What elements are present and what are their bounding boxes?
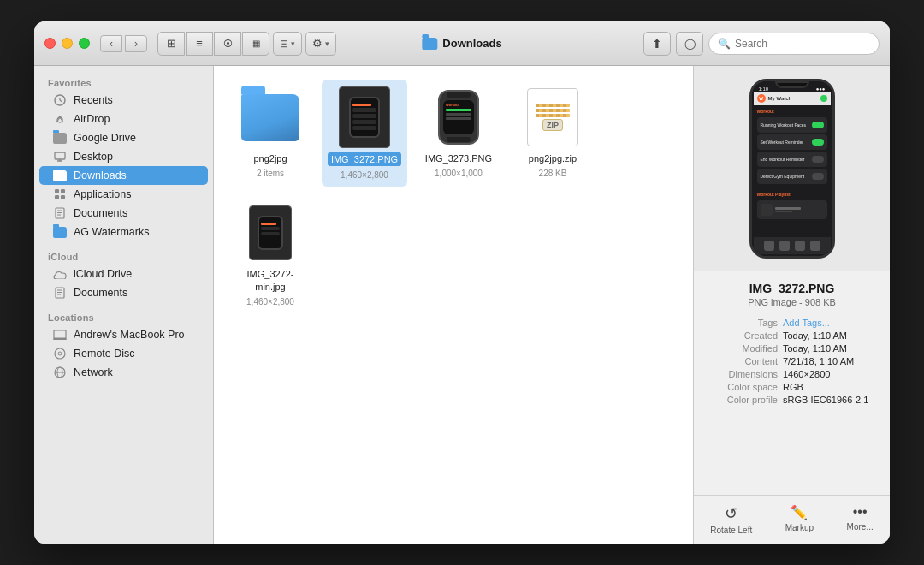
- markup-button[interactable]: ✏️ Markup: [785, 504, 814, 535]
- workout-row-text-1: Running Workout Faces: [761, 122, 807, 128]
- svg-rect-21: [53, 338, 67, 340]
- tag-icon: ◯: [684, 38, 696, 50]
- content-label: Content: [706, 356, 783, 366]
- share-button[interactable]: ⬆: [643, 32, 671, 56]
- rotate-left-label: Rotate Left: [710, 526, 752, 535]
- modified-label: Modified: [706, 343, 783, 354]
- rotate-left-button[interactable]: ↺ Rotate Left: [710, 504, 752, 535]
- bottom-icon-3: [795, 241, 805, 251]
- sidebar-item-icloud-docs[interactable]: Documents: [39, 283, 208, 302]
- sidebar: Favorites Recents AirDrop: [34, 66, 214, 544]
- phone-preview: 1:10 ●●● W My Watch Workout Running Work…: [749, 79, 835, 259]
- applications-icon: [53, 187, 67, 201]
- zip-stripe: [536, 104, 570, 107]
- sidebar-item-ag-watermarks[interactable]: AG Watermarks: [39, 223, 208, 241]
- view-mode-group: ⊞ ≡ ⦿ ▦: [157, 32, 270, 56]
- metadata-modified-row: Modified Today, 1:10 AM: [706, 343, 878, 354]
- sidebar-item-applications[interactable]: Applications: [39, 185, 208, 204]
- group-icon: ⊟: [280, 38, 288, 50]
- rotate-left-icon: ↺: [725, 504, 737, 523]
- phone-min-thumbnail: [249, 205, 292, 260]
- sidebar-item-airdrop[interactable]: AirDrop: [39, 110, 208, 128]
- downloads-label: Downloads: [74, 170, 127, 181]
- dimensions-value: 1460×2800: [783, 369, 878, 379]
- sidebar-item-macbook[interactable]: Andrew's MacBook Pro: [39, 325, 208, 344]
- sidebar-item-icloud-drive[interactable]: iCloud Drive: [39, 265, 208, 283]
- view-gallery-button[interactable]: ▦: [242, 32, 270, 56]
- tag-button[interactable]: ◯: [676, 32, 703, 56]
- color-profile-label: Color profile: [706, 395, 783, 405]
- zip-stripe3: [536, 114, 570, 117]
- maximize-button[interactable]: [79, 38, 90, 49]
- file-meta: 1,000×1,000: [435, 169, 483, 178]
- file-item-folder-png2jpg[interactable]: png2jpg 2 items: [228, 80, 313, 187]
- sidebar-item-network[interactable]: Network: [39, 363, 208, 382]
- close-button[interactable]: [44, 38, 56, 49]
- modified-value: Today, 1:10 AM: [783, 343, 878, 354]
- minimize-button[interactable]: [62, 38, 73, 49]
- airdrop-icon: [53, 112, 67, 126]
- file-item-img-3272-min[interactable]: IMG_3272-min.jpg 1,460×2,800: [228, 195, 313, 313]
- sidebar-item-recents[interactable]: Recents: [39, 91, 208, 110]
- view-list-button[interactable]: ≡: [186, 32, 213, 56]
- sidebar-item-documents[interactable]: Documents: [39, 204, 208, 223]
- svg-rect-11: [61, 195, 65, 199]
- more-button[interactable]: ••• More...: [847, 504, 874, 535]
- preview-panel: 1:10 ●●● W My Watch Workout Running Work…: [693, 66, 890, 544]
- toggle-1: [812, 122, 824, 128]
- metadata-colorprofile-row: Color profile sRGB IEC61966-2.1: [706, 395, 878, 405]
- svg-point-4: [59, 116, 61, 118]
- svg-point-22: [55, 348, 65, 359]
- zip-thumbnail: ZIP: [522, 86, 583, 148]
- view-icon-button[interactable]: ⊞: [157, 32, 185, 56]
- group-button[interactable]: ⊟ ▾: [273, 32, 302, 56]
- watch-screen: Workout: [443, 100, 474, 134]
- file-item-img-3272[interactable]: IMG_3272.PNG 1,460×2,800: [322, 80, 407, 187]
- back-button[interactable]: ‹: [100, 35, 122, 52]
- bottom-icon-1: [764, 241, 774, 251]
- remote-disc-label: Remote Disc: [74, 348, 135, 360]
- forward-icon: ›: [134, 38, 138, 50]
- img3272min-thumbnail: [240, 202, 301, 264]
- title-folder-icon: [422, 38, 437, 50]
- phone-bottom-bar: [754, 237, 831, 254]
- toggle-4: [812, 173, 824, 180]
- file-name: IMG_3272-min.jpg: [234, 268, 306, 293]
- documents-label: Documents: [74, 207, 127, 219]
- sidebar-item-remote-disc[interactable]: Remote Disc: [39, 344, 208, 363]
- sidebar-item-downloads[interactable]: Downloads: [39, 166, 208, 185]
- nav-buttons: ‹ ›: [100, 35, 147, 52]
- share-icon: ⬆: [652, 37, 662, 51]
- forward-button[interactable]: ›: [125, 35, 147, 52]
- airdrop-label: AirDrop: [74, 113, 110, 125]
- settings-button[interactable]: ⚙ ▾: [305, 32, 336, 56]
- view-columns-button[interactable]: ⦿: [214, 32, 241, 56]
- bottom-icon-4: [810, 241, 820, 251]
- documents-icon: [53, 206, 67, 220]
- metadata-content-row: Content 7/21/18, 1:10 AM: [706, 356, 878, 366]
- add-tags-button[interactable]: Add Tags...: [783, 318, 878, 328]
- workout-row-text-2: Set Workout Reminder: [761, 140, 803, 145]
- file-area: png2jpg 2 items: [214, 66, 693, 544]
- search-box[interactable]: 🔍: [708, 33, 880, 55]
- file-item-img-3273[interactable]: Workout IMG_3273.PNG 1,000×1,000: [416, 80, 501, 187]
- ag-watermarks-label: AG Watermarks: [74, 226, 149, 238]
- workout-row-4: Detect Gym Equipment: [757, 169, 827, 184]
- settings-chevron: ▾: [325, 39, 329, 48]
- search-icon: 🔍: [718, 38, 731, 50]
- locations-section-title: Locations: [34, 307, 213, 325]
- preview-filetype: PNG image - 908 KB: [706, 297, 878, 307]
- file-item-zip[interactable]: ZIP png2jpg.zip 228 KB: [510, 80, 595, 187]
- toggle-3: [812, 156, 824, 163]
- gallery-icon: ▦: [252, 39, 260, 48]
- applications-label: Applications: [74, 188, 131, 200]
- icloud-drive-icon: [53, 267, 67, 281]
- file-name: IMG_3272.PNG: [328, 152, 401, 166]
- gear-icon: ⚙: [312, 37, 323, 50]
- columns-icon: ⦿: [223, 39, 233, 49]
- file-meta: 1,460×2,800: [246, 297, 294, 306]
- icloud-docs-icon: [53, 286, 67, 300]
- search-input[interactable]: [735, 38, 870, 50]
- sidebar-item-desktop[interactable]: Desktop: [39, 147, 208, 166]
- sidebar-item-google-drive[interactable]: Google Drive: [39, 128, 208, 147]
